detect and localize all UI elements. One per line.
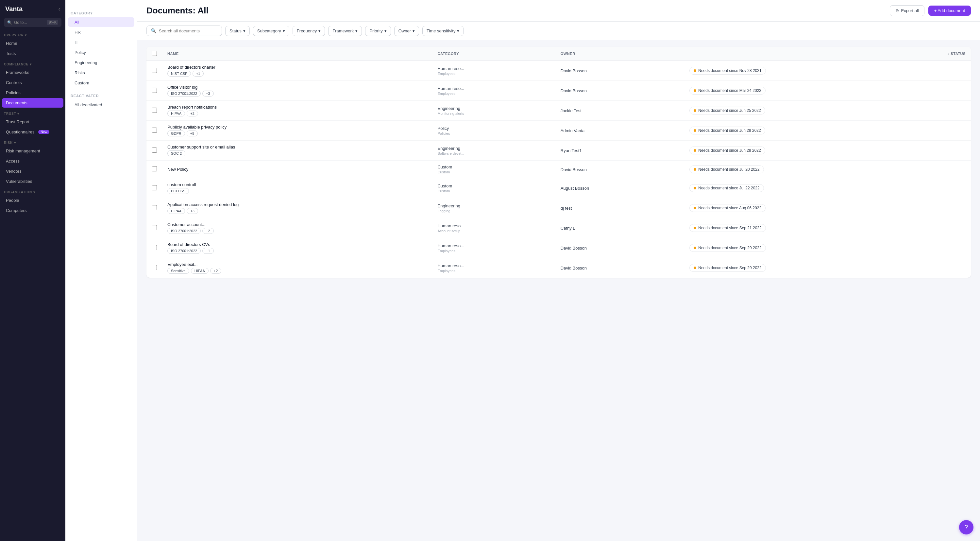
status-badge: Needs document since Jun 25 2022 — [689, 107, 765, 115]
doc-category-cell: Human reso...Employees — [433, 238, 555, 258]
sidebar-item-policies[interactable]: Policies — [2, 88, 64, 97]
category-sub: Logging — [438, 209, 550, 213]
doc-tag: +2 — [187, 110, 198, 116]
filter-time-sensitivity[interactable]: Time sensitivity ▾ — [422, 26, 463, 36]
doc-status-cell: Needs document since Sep 29 2022 — [684, 258, 971, 278]
sidebar-item-documents[interactable]: Documents — [2, 98, 64, 108]
doc-owner-cell: August Bosson — [555, 178, 684, 198]
status-badge: Needs document since Sep 29 2022 — [689, 244, 765, 252]
sidebar-item-vendors[interactable]: Vendors — [2, 166, 64, 176]
doc-tag: ISO 27001:2022 — [167, 248, 201, 254]
add-document-button[interactable]: + Add document — [928, 6, 971, 16]
doc-name[interactable]: Employee exit... — [167, 262, 427, 267]
doc-owner-cell: David Bosson — [555, 61, 684, 81]
filter-subcategory[interactable]: Subcategory ▾ — [253, 26, 289, 36]
category-sub: Policies — [438, 131, 550, 136]
category-risks[interactable]: Risks — [68, 68, 134, 78]
filter-status[interactable]: Status ▾ — [225, 26, 250, 36]
status-dot — [694, 168, 696, 171]
sidebar-item-controls[interactable]: Controls — [2, 78, 64, 87]
table-row: Customer support site or email aliasSOC … — [146, 140, 971, 161]
status-badge: Needs document since Sep 21 2022 — [689, 224, 765, 232]
owner-name: Admin Vanta — [561, 128, 584, 133]
doc-owner-cell: Admin Vanta — [555, 121, 684, 140]
sidebar-item-vulnerabilities[interactable]: Vulnerabilities — [2, 177, 64, 186]
sidebar-item-questionnaires[interactable]: Questionnaires New — [2, 127, 64, 137]
search-container[interactable]: 🔍 — [146, 26, 222, 36]
export-icon: ⊕ — [895, 8, 899, 13]
sidebar-item-computers[interactable]: Computers — [2, 206, 64, 215]
sidebar-item-people[interactable]: People — [2, 196, 64, 205]
sort-icon: ↓ — [947, 52, 949, 56]
help-button[interactable]: ? — [959, 520, 974, 535]
doc-name[interactable]: Board of directors charter — [167, 65, 427, 70]
row-checkbox[interactable] — [152, 265, 157, 270]
search-input[interactable] — [159, 29, 218, 34]
export-all-button[interactable]: ⊕ Export all — [890, 5, 924, 16]
sidebar-item-access[interactable]: Access — [2, 156, 64, 166]
row-checkbox[interactable] — [152, 147, 157, 153]
sidebar-item-trust-report[interactable]: Trust Report — [2, 117, 64, 126]
filter-frequency[interactable]: Frequency ▾ — [293, 26, 325, 36]
doc-status-cell: Needs document since Jun 28 2022 — [684, 140, 971, 161]
table-row: Publicly available privacy policyGDPR+8P… — [146, 121, 971, 140]
doc-owner-cell: Cathy L — [555, 218, 684, 238]
doc-name[interactable]: Customer account... — [167, 222, 427, 227]
owner-name: David Bosson — [561, 246, 587, 251]
compliance-section: COMPLIANCE ▾ — [0, 59, 65, 67]
doc-name[interactable]: Customer support site or email alias — [167, 145, 427, 150]
category-engineering[interactable]: Engineering — [68, 58, 134, 67]
category-policy[interactable]: Policy — [68, 48, 134, 57]
col-owner: OWNER — [555, 47, 684, 61]
select-all-checkbox[interactable] — [152, 51, 157, 56]
global-search[interactable]: 🔍 Go to... ⌘+K — [4, 18, 62, 27]
overview-section: OVERVIEW ▾ — [0, 29, 65, 38]
doc-status-cell: Needs document since Aug 06 2022 — [684, 198, 971, 218]
sidebar-item-tests[interactable]: Tests — [2, 49, 64, 58]
doc-name[interactable]: custom controll — [167, 182, 427, 187]
row-checkbox[interactable] — [152, 128, 157, 133]
doc-tag: HIPAA — [167, 110, 185, 116]
doc-name[interactable]: Breach report notifications — [167, 105, 427, 110]
sidebar-item-frameworks[interactable]: Frameworks — [2, 68, 64, 77]
sidebar-item-home[interactable]: Home — [2, 38, 64, 48]
category-it[interactable]: IT — [68, 38, 134, 47]
doc-owner-cell: David Bosson — [555, 161, 684, 178]
sidebar-collapse-button[interactable]: ‹ — [59, 6, 60, 12]
category-sub: Employees — [438, 72, 550, 75]
main-content: Documents: All ⊕ Export all + Add docume… — [137, 0, 980, 541]
doc-name-cell: Application access request denied logHIP… — [162, 198, 433, 218]
doc-name[interactable]: Publicly available privacy policy — [167, 124, 427, 129]
filter-priority[interactable]: Priority ▾ — [365, 26, 391, 36]
doc-name[interactable]: Office visitor log — [167, 85, 427, 89]
doc-owner-cell: David Bosson — [555, 258, 684, 278]
category-hr[interactable]: HR — [68, 27, 134, 37]
row-checkbox[interactable] — [152, 245, 157, 250]
status-badge: Needs document since Nov 28 2021 — [689, 67, 765, 75]
category-name: Human reso... — [438, 66, 550, 71]
row-checkbox[interactable] — [152, 108, 157, 113]
doc-tag: PCI DSS — [167, 188, 189, 194]
doc-tag: +2 — [202, 228, 214, 234]
col-status: ↓ STATUS — [684, 47, 971, 61]
doc-name[interactable]: New Policy — [167, 167, 427, 172]
category-custom[interactable]: Custom — [68, 78, 134, 88]
row-checkbox[interactable] — [152, 225, 157, 230]
filter-framework[interactable]: Framework ▾ — [328, 26, 362, 36]
filter-owner[interactable]: Owner ▾ — [394, 26, 419, 36]
organization-section: ORGANIZATION ▾ — [0, 187, 65, 195]
row-checkbox[interactable] — [152, 205, 157, 210]
category-all[interactable]: All — [68, 18, 134, 27]
doc-name[interactable]: Application access request denied log — [167, 202, 427, 207]
sidebar-item-risk-management[interactable]: Risk management — [2, 146, 64, 156]
category-all-deactivated[interactable]: All deactivated — [68, 100, 134, 110]
doc-name[interactable]: Board of directors CVs — [167, 242, 427, 247]
row-checkbox[interactable] — [152, 166, 157, 171]
doc-category-cell: CustomCustom — [433, 178, 555, 198]
status-dot — [694, 109, 696, 112]
row-checkbox[interactable] — [152, 185, 157, 190]
row-checkbox[interactable] — [152, 88, 157, 93]
row-checkbox[interactable] — [152, 68, 157, 73]
category-name: Engineering — [438, 106, 550, 111]
doc-tag: +3 — [187, 208, 198, 214]
